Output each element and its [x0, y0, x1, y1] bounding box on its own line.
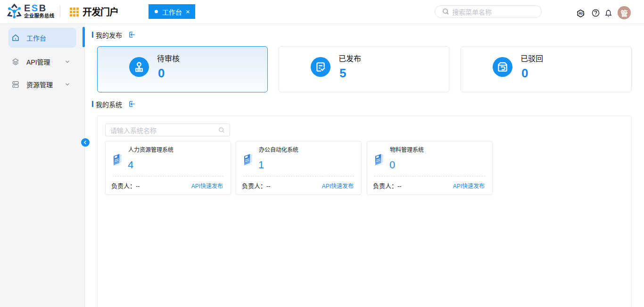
- svg-text:AI: AI: [578, 11, 582, 16]
